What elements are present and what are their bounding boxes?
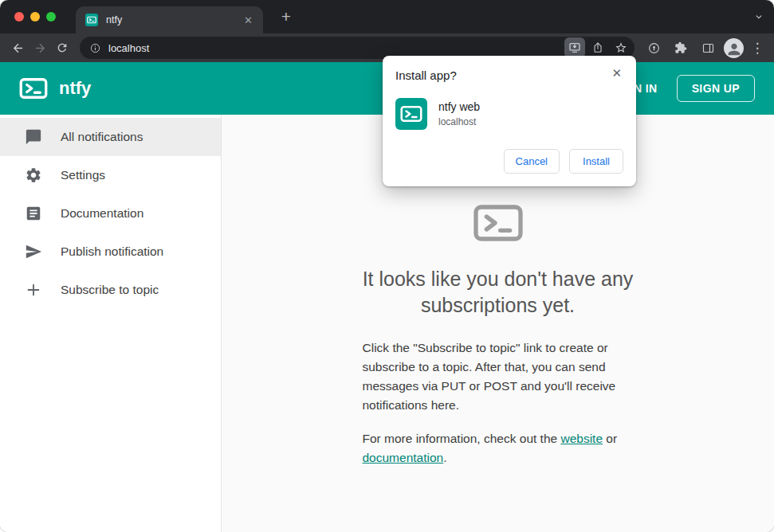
forward-button[interactable] <box>29 37 51 59</box>
ntfy-app-icon <box>395 98 427 130</box>
sidebar: All notifications Settings Documentation… <box>0 115 222 532</box>
app-origin: localhost <box>438 116 480 127</box>
more-prefix: For more information, check out the <box>363 432 561 445</box>
ntfy-logo-icon <box>19 74 48 103</box>
browser-tab-ntfy[interactable]: ntfy ✕ <box>76 6 263 33</box>
minimize-window-button[interactable] <box>30 12 40 22</box>
profile-avatar[interactable] <box>724 38 744 58</box>
site-info-icon[interactable] <box>89 42 101 54</box>
install-button[interactable]: Install <box>569 149 623 174</box>
sign-up-button[interactable]: SIGN UP <box>677 75 755 102</box>
empty-state-body: Click the "Subscribe to topic" link to c… <box>363 338 634 415</box>
sidebar-item-documentation[interactable]: Documentation <box>0 194 221 233</box>
website-link[interactable]: website <box>560 432 603 445</box>
url-text: localhost <box>108 42 564 54</box>
brand-title: ntfy <box>59 78 91 99</box>
sidebar-item-all-notifications[interactable]: All notifications <box>0 118 221 156</box>
documentation-link[interactable]: documentation <box>363 451 444 464</box>
sidebar-item-label: Subscribe to topic <box>61 283 159 297</box>
more-suffix: . <box>443 451 446 464</box>
install-dialog-actions: Cancel Install <box>395 149 623 174</box>
install-dialog-title: Install app? <box>395 68 623 82</box>
browser-tabstrip: ntfy ✕ + <box>0 0 774 33</box>
plus-icon <box>24 280 43 299</box>
side-panel-icon[interactable] <box>697 37 719 59</box>
dialog-close-icon[interactable]: ✕ <box>607 65 626 82</box>
extensions-puzzle-icon[interactable] <box>670 37 692 59</box>
more-middle: or <box>603 432 617 445</box>
tab-title: ntfy <box>106 14 240 25</box>
ntfy-favicon <box>85 14 98 26</box>
zoom-window-button[interactable] <box>46 12 56 22</box>
send-icon <box>24 242 43 261</box>
chat-bubble-icon <box>24 127 43 147</box>
empty-state-more: For more information, check out the webs… <box>363 429 634 467</box>
reload-button[interactable] <box>51 37 73 59</box>
back-button[interactable] <box>6 37 29 59</box>
traffic-lights <box>14 12 56 22</box>
browser-window: ntfy ✕ + localhost <box>0 0 774 532</box>
gear-icon <box>24 166 43 185</box>
sidebar-item-label: All notifications <box>61 130 143 144</box>
install-app-dialog: Install app? ✕ ntfy web localhost Cancel… <box>383 56 636 186</box>
browser-menu-kebab-icon[interactable]: ⋮ <box>748 40 766 57</box>
toolbar-extensions-area: ⋮ <box>641 37 768 59</box>
sidebar-item-settings[interactable]: Settings <box>0 156 221 194</box>
tab-search-chevron-icon[interactable] <box>753 11 764 22</box>
sidebar-item-label: Documentation <box>61 206 143 221</box>
install-dialog-app-text: ntfy web localhost <box>438 100 480 127</box>
empty-state-heading: It looks like you don't have any subscri… <box>327 266 670 318</box>
tab-close-icon[interactable]: ✕ <box>240 13 257 28</box>
install-dialog-app-row: ntfy web localhost <box>395 98 623 130</box>
new-tab-button[interactable]: + <box>276 7 297 26</box>
sidebar-item-label: Settings <box>61 168 105 182</box>
ntfy-terminal-icon <box>363 198 634 248</box>
password-manager-icon[interactable] <box>642 37 665 59</box>
app-name: ntfy web <box>438 100 480 113</box>
close-window-button[interactable] <box>14 12 24 22</box>
sidebar-item-subscribe-to-topic[interactable]: Subscribe to topic <box>0 271 221 309</box>
sidebar-item-label: Publish notification <box>61 244 163 259</box>
cancel-button[interactable]: Cancel <box>504 149 560 174</box>
book-icon <box>24 204 43 223</box>
sidebar-item-publish-notification[interactable]: Publish notification <box>0 233 221 271</box>
ntfy-terminal-glyph <box>87 15 96 25</box>
